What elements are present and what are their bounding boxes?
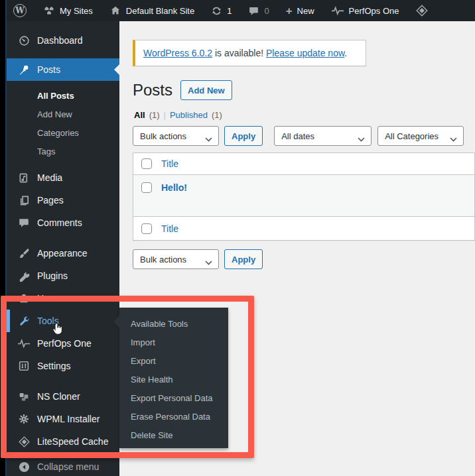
submenu-categories[interactable]: Categories xyxy=(7,123,119,142)
wrench-icon xyxy=(17,314,31,327)
view-all-count: (1) xyxy=(149,110,160,120)
posts-submenu: All Posts Add New Categories Tags xyxy=(7,81,119,166)
sidebar-item-pages[interactable]: Pages xyxy=(7,189,119,211)
perfops-one-adminbar-menu[interactable]: PerfOps One xyxy=(331,5,399,16)
comments-bubble-icon xyxy=(248,5,259,17)
litespeed-diamond-icon xyxy=(17,435,31,448)
wordpress-menu[interactable]: W xyxy=(13,4,27,17)
post-title-link[interactable]: Hello! xyxy=(161,182,187,193)
sidebar-item-plugins[interactable]: Plugins xyxy=(7,265,119,287)
flyout-available-tools[interactable]: Available Tools xyxy=(119,314,228,333)
bottom-toolbar: Bulk actions Apply xyxy=(133,249,475,269)
my-sites-menu[interactable]: My Sites xyxy=(43,5,93,17)
chevron-down-icon xyxy=(358,134,365,144)
bulk-actions-select-bottom[interactable]: Bulk actions xyxy=(133,249,219,269)
flyout-delete-site[interactable]: Delete Site xyxy=(119,426,228,444)
collapse-arrow-icon xyxy=(17,460,31,473)
sidebar-item-users[interactable]: Users xyxy=(7,287,119,310)
sliders-icon xyxy=(17,359,31,373)
sidebar-item-tools[interactable]: Tools xyxy=(7,310,119,332)
sidebar-label: NS Cloner xyxy=(37,391,80,402)
litespeed-adminbar-menu[interactable] xyxy=(415,4,429,17)
view-published-count: (1) xyxy=(212,110,222,120)
sidebar-label: Users xyxy=(37,293,62,304)
sidebar-label: LiteSpeed Cache xyxy=(37,436,108,447)
dashboard-gauge-icon xyxy=(17,34,31,47)
sidebar-item-appearance[interactable]: Appearance xyxy=(7,242,119,265)
litespeed-diamond-icon xyxy=(415,4,429,17)
brush-icon xyxy=(17,247,31,260)
sidebar-item-media[interactable]: Media xyxy=(7,166,119,189)
pulse-icon xyxy=(331,5,344,16)
my-sites-label: My Sites xyxy=(60,6,93,16)
perfops-label: PerfOps One xyxy=(349,6,399,16)
sidebar-item-dashboard[interactable]: Dashboard xyxy=(7,29,119,52)
gear-icon xyxy=(17,412,31,426)
title-column-header[interactable]: Title xyxy=(161,158,178,169)
new-content-menu[interactable]: + New xyxy=(286,5,314,17)
sidebar-label: Plugins xyxy=(37,270,68,281)
sidebar-label: Comments xyxy=(37,217,82,228)
view-all-link[interactable]: All xyxy=(134,110,145,120)
comment-icon xyxy=(17,216,31,229)
update-icon xyxy=(211,5,222,17)
sidebar-label: Media xyxy=(37,172,62,183)
title-column-footer[interactable]: Title xyxy=(161,223,178,234)
window-edge-strip xyxy=(0,0,5,476)
sidebar-label: Appearance xyxy=(37,248,88,259)
select-all-checkbox-bottom[interactable] xyxy=(141,223,152,234)
pushpin-icon xyxy=(17,63,31,76)
tools-flyout-menu: Available Tools Import Export Site Healt… xyxy=(119,308,228,448)
sidebar: Dashboard Posts All Posts Add New Catego… xyxy=(7,21,119,476)
sidebar-item-litespeed-cache[interactable]: LiteSpeed Cache xyxy=(7,430,119,453)
sidebar-item-ns-cloner[interactable]: NS Cloner xyxy=(7,385,119,408)
pulse-icon xyxy=(17,337,31,350)
current-site-menu[interactable]: Default Blank Site xyxy=(109,5,194,17)
sidebar-item-comments[interactable]: Comments xyxy=(7,211,119,234)
chevron-down-icon xyxy=(205,257,212,267)
flyout-site-health[interactable]: Site Health xyxy=(119,370,228,388)
page-title: Posts xyxy=(133,81,172,100)
row-checkbox[interactable] xyxy=(141,182,152,193)
select-all-checkbox[interactable] xyxy=(141,158,152,169)
sidebar-item-posts[interactable]: Posts xyxy=(7,58,119,81)
wordpress-version-link[interactable]: WordPress 6.0.2 xyxy=(143,48,212,58)
updates-menu[interactable]: 1 xyxy=(211,5,232,17)
comments-menu[interactable]: 0 xyxy=(248,5,269,17)
submenu-add-new[interactable]: Add New xyxy=(7,105,119,123)
table-header-row: Title xyxy=(133,153,474,175)
posts-table: Title Hello! Title xyxy=(133,152,475,241)
sidebar-label: WPML Installer xyxy=(37,414,100,424)
sidebar-item-perfops-one[interactable]: PerfOps One xyxy=(7,332,119,355)
sidebar-item-settings[interactable]: Settings xyxy=(7,355,119,377)
flyout-import[interactable]: Import xyxy=(119,333,228,351)
flyout-erase-personal-data[interactable]: Erase Personal Data xyxy=(119,407,228,426)
menu-separator xyxy=(7,234,119,242)
user-icon xyxy=(17,292,31,305)
views-separator: | xyxy=(164,110,166,120)
chevron-down-icon xyxy=(450,134,457,144)
sidebar-label: Pages xyxy=(37,195,64,206)
all-dates-select[interactable]: All dates xyxy=(274,126,372,146)
collapse-menu-button[interactable]: Collapse menu xyxy=(7,455,119,476)
home-icon xyxy=(109,5,121,17)
all-categories-select[interactable]: All Categories xyxy=(377,126,464,146)
submenu-all-posts[interactable]: All Posts xyxy=(7,86,119,105)
table-footer-row: Title xyxy=(133,217,474,240)
multisite-icon xyxy=(43,5,55,17)
submenu-tags[interactable]: Tags xyxy=(7,142,119,160)
flyout-export[interactable]: Export xyxy=(119,351,228,370)
view-published-link[interactable]: Published xyxy=(170,110,208,120)
clone-tiles-icon xyxy=(17,390,31,403)
please-update-link[interactable]: Please update now xyxy=(266,48,344,58)
apply-button[interactable]: Apply xyxy=(224,126,263,146)
sidebar-label: Dashboard xyxy=(37,35,83,46)
bulk-actions-select[interactable]: Bulk actions xyxy=(133,126,219,146)
apply-button-bottom[interactable]: Apply xyxy=(224,249,263,269)
sidebar-label: Posts xyxy=(37,64,60,75)
sidebar-item-wpml-installer[interactable]: WPML Installer xyxy=(7,408,119,430)
add-new-button[interactable]: Add New xyxy=(180,80,232,100)
flyout-export-personal-data[interactable]: Export Personal Data xyxy=(119,388,228,407)
new-label: New xyxy=(297,6,314,16)
plug-icon xyxy=(17,269,31,282)
